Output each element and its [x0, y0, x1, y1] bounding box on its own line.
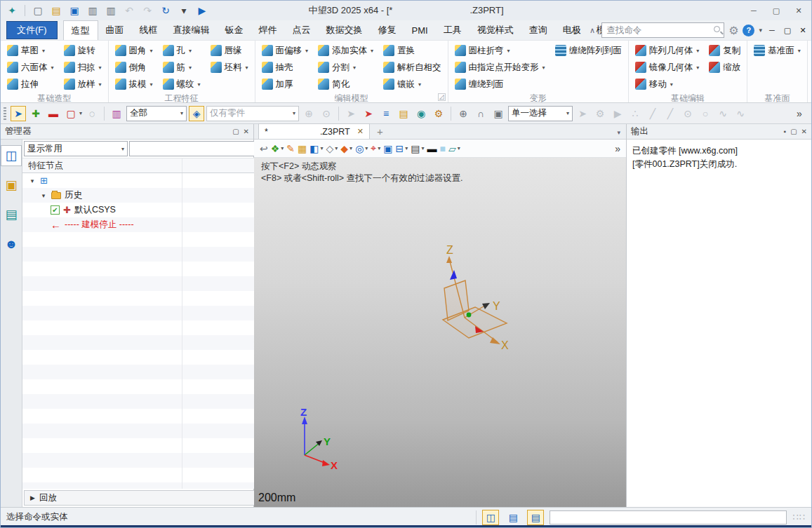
- menu-tab-13[interactable]: 电极: [555, 20, 589, 40]
- run-icon[interactable]: ▶: [195, 4, 209, 18]
- chain-a-icon[interactable]: ⊕: [301, 106, 317, 121]
- menu-tab-3[interactable]: 直接编辑: [166, 20, 218, 40]
- ribbon-button[interactable]: 放样▾: [62, 76, 103, 93]
- circle-icon[interactable]: ○: [698, 106, 713, 121]
- ribbon-button[interactable]: 简化: [317, 76, 375, 93]
- ribbon-button[interactable]: 阵列几何体▾: [634, 42, 701, 59]
- scope-select[interactable]: 仅有零件▾: [206, 106, 299, 121]
- menu-tab-10[interactable]: 工具: [436, 20, 470, 40]
- menu-tab-8[interactable]: 修复: [371, 20, 404, 40]
- list-icon[interactable]: ≡: [378, 106, 394, 121]
- add-pick-icon[interactable]: ✚: [28, 106, 44, 121]
- ribbon-button[interactable]: 六面体▾: [6, 59, 55, 76]
- gear-b-icon[interactable]: ⚙: [592, 106, 608, 121]
- menu-tab-1[interactable]: 曲面: [98, 20, 132, 40]
- folder-part-icon[interactable]: ▤: [396, 106, 411, 121]
- ribbon-button[interactable]: 基准面▾: [752, 42, 802, 59]
- ribbon-button[interactable]: 添加实体▾: [317, 42, 375, 59]
- print-batch-icon[interactable]: ▥: [104, 4, 118, 18]
- wave-a-icon[interactable]: ∿: [715, 106, 731, 121]
- ribbon-button[interactable]: 置换: [382, 42, 443, 59]
- eraser-icon[interactable]: ✎: [286, 142, 295, 156]
- open-file-icon[interactable]: ▤: [49, 4, 63, 18]
- ribbon-button[interactable]: 镜像几何体▾: [634, 59, 701, 76]
- ribbon-button[interactable]: 加厚: [260, 76, 310, 93]
- undo-icon[interactable]: ↶: [122, 4, 136, 18]
- ribbon-button[interactable]: 拔模▾: [114, 76, 154, 93]
- qat-caret-icon[interactable]: ▾: [177, 4, 191, 18]
- overflow-icon[interactable]: »: [615, 142, 620, 156]
- status-input[interactable]: [550, 510, 787, 524]
- ribbon-button[interactable]: 面偏移▾: [260, 42, 310, 59]
- rotate-view-icon[interactable]: ⌖: [371, 142, 376, 156]
- manager-panel-toggle-icon[interactable]: ◫: [482, 510, 499, 525]
- tab-list-icon[interactable]: ▾: [617, 129, 620, 136]
- settings-gear-icon[interactable]: ⚙: [728, 24, 738, 37]
- menu-tab-7[interactable]: 数据交换: [319, 20, 371, 40]
- ribbon-button[interactable]: 旋转: [62, 42, 103, 59]
- ribbon-button[interactable]: 由指定点开始变形▾: [453, 59, 547, 76]
- ribbon-button[interactable]: 孔▾: [161, 42, 202, 59]
- ribbon-button[interactable]: 缠绕到面: [453, 76, 547, 93]
- close-icon[interactable]: ✕: [789, 4, 808, 18]
- dialog-launcher-icon[interactable]: ◿: [438, 93, 446, 101]
- history-tab-icon[interactable]: ◫: [1, 145, 22, 166]
- remove-pick-icon[interactable]: ▬: [46, 106, 61, 121]
- plane-box-icon[interactable]: ▣: [491, 106, 506, 121]
- replay-section[interactable]: ▶ 回放: [24, 490, 279, 506]
- tree-row[interactable]: ✔✚默认CSYS: [22, 203, 280, 217]
- tree-row[interactable]: ▾⊞: [22, 173, 280, 188]
- fit-window-icon[interactable]: ▣: [383, 142, 392, 156]
- ribbon-button[interactable]: 草图▾: [6, 42, 55, 59]
- fullscreen-display-icon[interactable]: ▤: [505, 510, 521, 525]
- visibility-checkbox[interactable]: ✔: [51, 205, 60, 215]
- output-close-icon[interactable]: ✕: [801, 128, 807, 135]
- ribbon-button[interactable]: 螺纹▾: [161, 76, 202, 93]
- marquee-pick-icon[interactable]: ▢: [63, 106, 79, 121]
- wave-b-icon[interactable]: ∿: [733, 106, 748, 121]
- doc-restore-icon[interactable]: ▢: [782, 26, 793, 35]
- ribbon-button[interactable]: 分割▾: [317, 59, 375, 76]
- collapse-ribbon-icon[interactable]: ∧: [587, 26, 597, 35]
- print-icon[interactable]: ▥: [86, 4, 100, 18]
- ribbon-button[interactable]: 解析自相交: [382, 59, 443, 76]
- clip-plane-icon[interactable]: ⊟: [396, 142, 404, 156]
- line-b-icon[interactable]: ╱: [663, 106, 678, 121]
- restore-icon[interactable]: ▢: [766, 4, 786, 18]
- save-icon[interactable]: ▣: [67, 4, 81, 18]
- curve-icon[interactable]: ∩: [473, 106, 488, 121]
- display-mode-icon[interactable]: ▤: [411, 142, 420, 156]
- background-color-icon[interactable]: ■: [440, 142, 446, 156]
- solid-tab-icon[interactable]: ▣: [1, 175, 22, 196]
- line-a-icon[interactable]: ╱: [645, 106, 660, 121]
- ribbon-button[interactable]: 缩放: [707, 59, 742, 76]
- resize-grip[interactable]: ∷∷: [792, 512, 806, 522]
- minimize-icon[interactable]: ─: [744, 4, 764, 18]
- ribbon-button[interactable]: 缠绕阵列到面: [554, 42, 623, 59]
- gear-part-icon[interactable]: ⚙: [431, 106, 446, 121]
- tab-close-icon[interactable]: ✕: [357, 127, 364, 136]
- ribbon-button[interactable]: 筋▾: [161, 59, 202, 76]
- pick-target-icon[interactable]: ◈: [189, 106, 204, 121]
- ribbon-button[interactable]: 移动▾: [634, 76, 701, 93]
- compass-icon[interactable]: ⊕: [455, 106, 471, 121]
- expander-icon[interactable]: ▾: [28, 177, 36, 184]
- zoom-window-icon[interactable]: ◎: [355, 142, 364, 156]
- pick-prev-icon[interactable]: ➤: [343, 106, 359, 121]
- help-caret-icon[interactable]: ▾: [759, 27, 762, 34]
- circle-dot-icon[interactable]: ⊙: [680, 106, 695, 121]
- chain-b-icon[interactable]: ⊙: [319, 106, 334, 121]
- section-view-icon[interactable]: ◆: [340, 142, 348, 156]
- doc-minimize-icon[interactable]: ─: [766, 26, 778, 34]
- ribbon-button[interactable]: 复制: [707, 42, 742, 59]
- menu-tab-5[interactable]: 焊件: [251, 20, 285, 40]
- document-tab[interactable]: * .Z3PRT ✕: [258, 123, 370, 139]
- pick-red-icon[interactable]: ➤: [361, 106, 376, 121]
- toolbar-grip[interactable]: [4, 107, 6, 120]
- new-file-icon[interactable]: ▢: [31, 4, 45, 18]
- manager-close-icon[interactable]: ✕: [244, 128, 249, 135]
- pick-mode-select[interactable]: 单一选择▾: [508, 106, 573, 121]
- z-drag-handle[interactable]: [450, 270, 457, 280]
- output-pin-icon[interactable]: ▪: [784, 128, 787, 135]
- background-bar-icon[interactable]: ▬: [427, 142, 437, 156]
